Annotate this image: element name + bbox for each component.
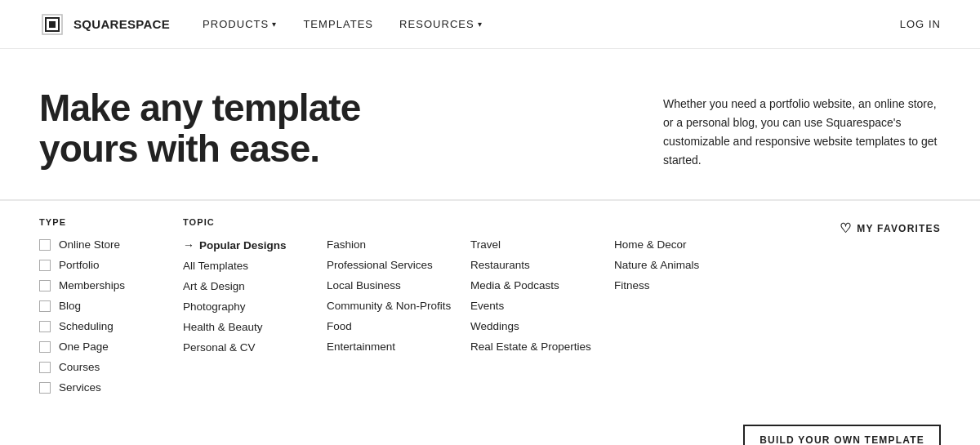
topic-all-templates[interactable]: All Templates: [183, 260, 314, 272]
my-favorites-button[interactable]: ♡ MY FAVORITES: [840, 217, 941, 236]
type-portfolio-label: Portfolio: [59, 259, 100, 271]
checkbox-services[interactable]: [39, 382, 51, 394]
checkbox-blog[interactable]: [39, 300, 51, 312]
topic-col-1: → Popular Designs All Templates Art & De…: [183, 238, 314, 362]
type-courses-label: Courses: [59, 361, 100, 373]
header-left: SQUARESPACE PRODUCTS ▾ TEMPLATES RESOURC…: [39, 11, 483, 38]
topic-events[interactable]: Events: [470, 300, 601, 312]
build-btn-container: BUILD YOUR OWN TEMPLATE: [39, 412, 941, 445]
arrow-icon: →: [183, 238, 194, 251]
type-filter-one-page[interactable]: One Page: [39, 340, 170, 353]
type-filter-courses[interactable]: Courses: [39, 361, 170, 373]
squarespace-logo-icon: [39, 11, 65, 38]
type-filter-scheduling[interactable]: Scheduling: [39, 320, 170, 332]
nav-products[interactable]: PRODUCTS ▾: [203, 18, 277, 30]
topic-personal-cv[interactable]: Personal & CV: [183, 341, 314, 354]
main-nav: PRODUCTS ▾ TEMPLATES RESOURCES ▾: [203, 18, 483, 30]
topic-section: TOPIC → Popular Designs All Templates Ar…: [183, 217, 758, 402]
topic-weddings[interactable]: Weddings: [470, 320, 601, 332]
filter-columns: TYPE Online Store Portfolio Memberships …: [39, 217, 758, 402]
topic-photography[interactable]: Photography: [183, 300, 314, 313]
topic-real-estate[interactable]: Real Estate & Properties: [470, 340, 601, 353]
type-services-label: Services: [59, 381, 101, 394]
type-memberships-label: Memberships: [59, 279, 125, 291]
topic-col-4: Home & Decor Nature & Animals Fitness: [614, 238, 745, 362]
hero-description: Whether you need a portfolio website, an…: [663, 88, 941, 170]
type-filter-blog[interactable]: Blog: [39, 300, 170, 312]
products-chevron-icon: ▾: [272, 20, 277, 29]
checkbox-one-page[interactable]: [39, 341, 51, 353]
checkbox-online-store[interactable]: [39, 239, 51, 251]
topic-columns: → Popular Designs All Templates Art & De…: [183, 238, 758, 362]
topic-health-beauty[interactable]: Health & Beauty: [183, 321, 314, 333]
topic-professional-services[interactable]: Professional Services: [327, 259, 457, 271]
checkbox-portfolio[interactable]: [39, 260, 51, 271]
topic-col-2: Fashion Professional Services Local Busi…: [327, 238, 457, 362]
topic-travel[interactable]: Travel: [470, 238, 601, 251]
heart-icon: ♡: [840, 220, 852, 236]
hero-title: Make any template yours with ease.: [39, 88, 431, 169]
topic-col-3: Travel Restaurants Media & Podcasts Even…: [470, 238, 601, 362]
topic-nature-animals[interactable]: Nature & Animals: [614, 259, 745, 271]
build-own-template-button[interactable]: BUILD YOUR OWN TEMPLATE: [743, 425, 941, 445]
topic-label: TOPIC: [183, 217, 758, 227]
topic-media-podcasts[interactable]: Media & Podcasts: [470, 279, 601, 291]
topic-art-design[interactable]: Art & Design: [183, 280, 314, 292]
logo-text: SQUARESPACE: [74, 17, 170, 31]
topic-local-business[interactable]: Local Business: [327, 279, 457, 291]
login-button[interactable]: LOG IN: [900, 18, 941, 30]
type-label: TYPE: [39, 217, 170, 227]
type-filter-online-store[interactable]: Online Store: [39, 238, 170, 251]
topic-restaurants[interactable]: Restaurants: [470, 259, 601, 271]
topic-fitness[interactable]: Fitness: [614, 279, 745, 291]
checkbox-scheduling[interactable]: [39, 321, 51, 332]
my-favorites-label: MY FAVORITES: [857, 223, 941, 234]
type-filter-memberships[interactable]: Memberships: [39, 279, 170, 291]
resources-chevron-icon: ▾: [478, 20, 483, 29]
type-scheduling-label: Scheduling: [59, 320, 114, 332]
filter-section: TYPE Online Store Portfolio Memberships …: [0, 200, 980, 445]
hero-section: Make any template yours with ease. Wheth…: [0, 49, 980, 199]
type-online-store-label: Online Store: [59, 238, 120, 251]
filter-header: TYPE Online Store Portfolio Memberships …: [39, 201, 941, 412]
type-filter-portfolio[interactable]: Portfolio: [39, 259, 170, 271]
nav-resources[interactable]: RESOURCES ▾: [399, 18, 483, 30]
checkbox-courses[interactable]: [39, 362, 51, 373]
type-blog-label: Blog: [59, 300, 81, 312]
topic-home-decor[interactable]: Home & Decor: [614, 238, 745, 251]
type-filter-column: TYPE Online Store Portfolio Memberships …: [39, 217, 170, 402]
site-header: SQUARESPACE PRODUCTS ▾ TEMPLATES RESOURC…: [0, 0, 980, 49]
nav-templates[interactable]: TEMPLATES: [303, 18, 373, 30]
type-filter-services[interactable]: Services: [39, 381, 170, 394]
type-one-page-label: One Page: [59, 340, 109, 353]
topic-entertainment[interactable]: Entertainment: [327, 340, 457, 353]
topic-food[interactable]: Food: [327, 320, 457, 332]
topic-fashion[interactable]: Fashion: [327, 238, 457, 251]
logo[interactable]: SQUARESPACE: [39, 11, 170, 38]
topic-popular-designs[interactable]: → Popular Designs: [183, 238, 314, 251]
checkbox-memberships[interactable]: [39, 280, 51, 291]
topic-community-nonprofits[interactable]: Community & Non-Profits: [327, 300, 457, 312]
